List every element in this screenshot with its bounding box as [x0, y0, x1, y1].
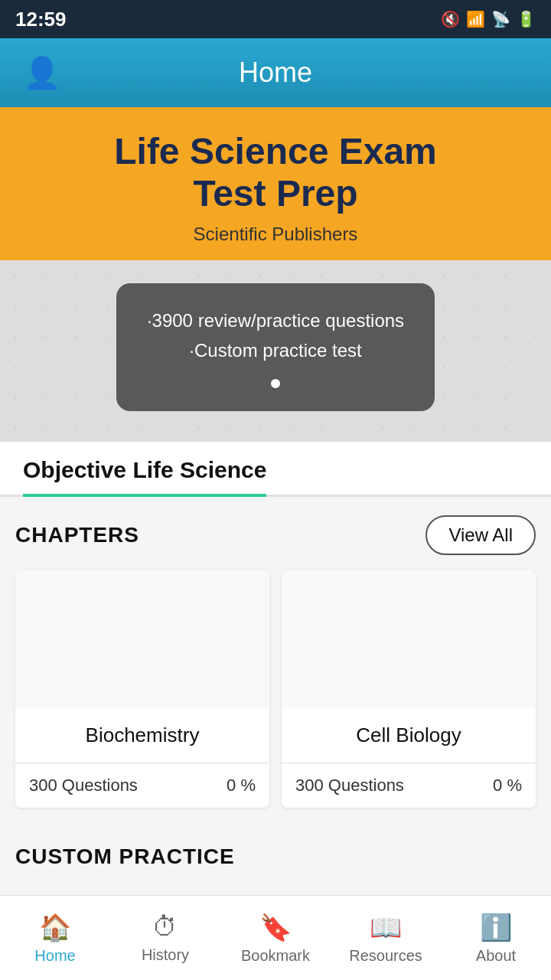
- status-icons: 🔇 📶 📡 🔋: [441, 10, 536, 28]
- signal-icon: 📡: [491, 10, 510, 28]
- chapter-percent-cell-biology: 0 %: [493, 776, 522, 795]
- header-title: Home: [239, 57, 312, 89]
- feature-card: ·3900 review/practice questions ·Custom …: [116, 283, 435, 411]
- feature-line-2: ·Custom practice test: [147, 336, 404, 365]
- app-header: 👤 Home: [0, 38, 551, 107]
- chapter-card-cell-biology[interactable]: Cell Biology 300 Questions 0 %: [282, 570, 536, 808]
- history-icon: ⏱: [152, 912, 178, 942]
- home-icon: 🏠: [39, 912, 71, 942]
- nav-home-label: Home: [34, 947, 75, 965]
- chapter-questions-cell-biology: 300 Questions: [295, 776, 404, 795]
- nav-bookmark-label: Bookmark: [241, 947, 310, 965]
- section-tab: Objective Life Science: [0, 442, 551, 497]
- chapter-card-name-cell-biology: Cell Biology: [282, 708, 536, 763]
- chapter-cards-container: Biochemistry 300 Questions 0 % Cell Biol…: [15, 570, 536, 808]
- carousel-dot: [271, 379, 280, 388]
- user-icon[interactable]: 👤: [23, 55, 61, 91]
- wifi-icon: 📶: [466, 10, 485, 28]
- custom-practice-section: CUSTOM PRACTICE: [0, 826, 551, 877]
- nav-history-label: History: [142, 946, 189, 964]
- about-icon: ℹ️: [480, 912, 512, 942]
- mute-icon: 🔇: [441, 10, 460, 28]
- banner-title: Life Science ExamTest Prep: [15, 130, 536, 214]
- nav-bookmark[interactable]: 🔖 Bookmark: [220, 896, 331, 980]
- app-banner: Life Science ExamTest Prep Scientific Pu…: [0, 107, 551, 260]
- section-tab-label[interactable]: Objective Life Science: [23, 457, 266, 497]
- view-all-button[interactable]: View All: [425, 515, 536, 555]
- status-bar: 12:59 🔇 📶 📡 🔋: [0, 0, 551, 38]
- nav-home[interactable]: 🏠 Home: [0, 896, 110, 980]
- chapters-header: CHAPTERS View All: [15, 515, 536, 555]
- custom-practice-title: CUSTOM PRACTICE: [15, 844, 235, 868]
- nav-history[interactable]: ⏱ History: [110, 896, 220, 980]
- chapter-percent-biochemistry: 0 %: [227, 776, 256, 795]
- chapter-card-footer-cell-biology: 300 Questions 0 %: [282, 763, 536, 808]
- chapter-card-name-biochemistry: Biochemistry: [15, 708, 269, 763]
- chapter-card-biochemistry[interactable]: Biochemistry 300 Questions 0 %: [15, 570, 269, 808]
- feature-line-1: ·3900 review/practice questions: [147, 306, 404, 335]
- nav-resources[interactable]: 📖 Resources: [331, 896, 441, 980]
- bookmark-icon: 🔖: [259, 912, 292, 942]
- feature-area: ·3900 review/practice questions ·Custom …: [0, 260, 551, 442]
- nav-resources-label: Resources: [349, 947, 422, 965]
- chapter-questions-biochemistry: 300 Questions: [29, 776, 138, 795]
- chapter-card-image-cell-biology: [282, 570, 536, 708]
- chapters-title: CHAPTERS: [15, 523, 139, 547]
- status-time: 12:59: [15, 8, 67, 31]
- chapters-section: CHAPTERS View All Biochemistry 300 Quest…: [0, 497, 551, 826]
- battery-icon: 🔋: [517, 10, 536, 28]
- chapter-card-image-biochemistry: [15, 570, 269, 708]
- bottom-nav: 🏠 Home ⏱ History 🔖 Bookmark 📖 Resources …: [0, 895, 551, 980]
- chapter-card-footer-biochemistry: 300 Questions 0 %: [15, 763, 269, 808]
- banner-subtitle: Scientific Publishers: [15, 224, 536, 245]
- nav-about[interactable]: ℹ️ About: [441, 896, 551, 980]
- resources-icon: 📖: [370, 912, 402, 942]
- nav-about-label: About: [476, 947, 516, 965]
